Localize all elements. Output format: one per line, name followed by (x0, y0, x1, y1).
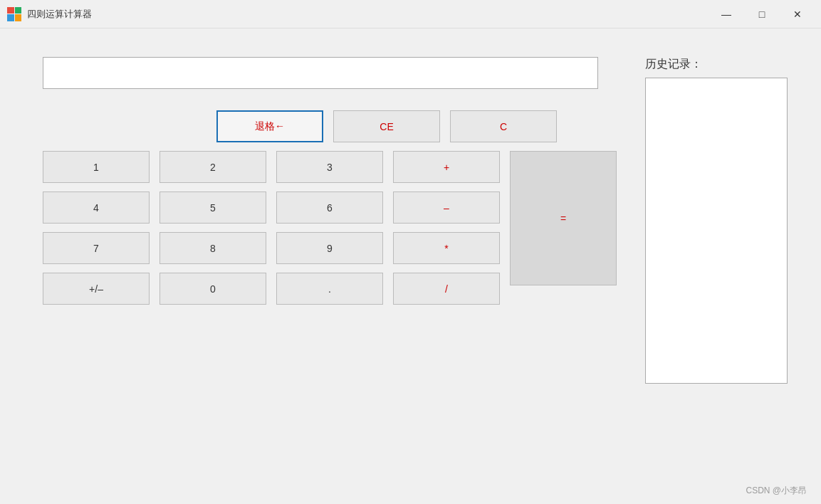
watermark: CSDN @小李昂 (746, 485, 807, 497)
btn-plusminus[interactable]: +/– (43, 273, 150, 305)
row-4-6: 4 5 6 (43, 191, 383, 224)
btn-plus[interactable]: + (393, 151, 500, 183)
operators-column: + – * / (393, 151, 500, 305)
calculator-area: 退格← CE C 1 2 3 4 5 6 (43, 57, 617, 490)
btn-5[interactable]: 5 (160, 191, 266, 224)
btn-1[interactable]: 1 (43, 151, 150, 183)
row-7-9: 7 8 9 (43, 232, 383, 264)
app-icon (7, 7, 21, 21)
btn-8[interactable]: 8 (160, 232, 266, 264)
btn-divide[interactable]: / (393, 273, 500, 305)
main-content: 退格← CE C 1 2 3 4 5 6 (0, 28, 821, 504)
btn-4[interactable]: 4 (43, 191, 150, 224)
btn-0[interactable]: 0 (160, 273, 266, 305)
app-title: 四则运算计算器 (27, 8, 92, 21)
title-bar-controls: — □ ✕ (710, 3, 814, 26)
title-bar: 四则运算计算器 — □ ✕ (0, 0, 821, 28)
minimize-button[interactable]: — (710, 3, 743, 26)
btn-3[interactable]: 3 (276, 151, 383, 183)
btn-dot[interactable]: . (276, 273, 383, 305)
buttons-area: 退格← CE C 1 2 3 4 5 6 (43, 110, 617, 305)
num-op-section: 1 2 3 4 5 6 7 8 9 +/– (43, 151, 617, 305)
maximize-button[interactable]: □ (746, 3, 778, 26)
right-panel: 历史记录： (645, 57, 788, 490)
btn-7[interactable]: 7 (43, 232, 150, 264)
c-button[interactable]: C (450, 110, 557, 142)
ce-button[interactable]: CE (333, 110, 440, 142)
btn-2[interactable]: 2 (160, 151, 266, 183)
display-input[interactable] (43, 57, 598, 89)
close-button[interactable]: ✕ (781, 3, 814, 26)
btn-9[interactable]: 9 (276, 232, 383, 264)
history-label: 历史记录： (645, 57, 788, 72)
btn-minus[interactable]: – (393, 191, 500, 224)
btn-6[interactable]: 6 (276, 191, 383, 224)
btn-equals[interactable]: = (510, 151, 617, 285)
row-last: +/– 0 . (43, 273, 383, 305)
title-bar-left: 四则运算计算器 (7, 7, 92, 21)
row-1-3: 1 2 3 (43, 151, 383, 183)
number-grid: 1 2 3 4 5 6 7 8 9 +/– (43, 151, 383, 305)
backspace-button[interactable]: 退格← (216, 110, 323, 142)
special-row: 退格← CE C (157, 110, 617, 142)
history-box (645, 78, 788, 384)
btn-multiply[interactable]: * (393, 232, 500, 264)
